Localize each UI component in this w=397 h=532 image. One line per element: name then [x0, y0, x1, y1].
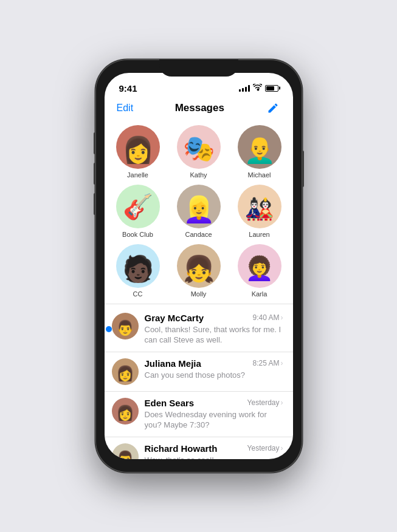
pinned-contact-lauren[interactable]: 🎎 Lauren — [232, 185, 287, 238]
contact-name-cc: CC — [133, 290, 143, 298]
pinned-contact-candace[interactable]: 👱‍♀️ Candace — [171, 185, 226, 238]
message-item-richard-howarth[interactable]: 👨 Richard Howarth Yesterday › Wow, that'… — [105, 437, 293, 459]
message-time: 8:25 AM › — [252, 359, 283, 367]
page-title: Messages — [175, 102, 224, 114]
message-content: Richard Howarth Yesterday › Wow, that's … — [145, 443, 283, 459]
message-preview: Cool, thanks! Sure, that works for me. I… — [145, 324, 283, 346]
pinned-contact-janelle[interactable]: 👩 Janelle — [111, 125, 165, 179]
battery-icon — [265, 85, 278, 92]
message-content: Gray McCarty 9:40 AM › Cool, thanks! Sur… — [145, 313, 283, 346]
pinned-contact-book-club[interactable]: 🎸 Book Club — [111, 185, 165, 238]
notch — [159, 60, 238, 77]
pinned-contact-kathy[interactable]: 🎭 Kathy — [171, 125, 226, 179]
unread-indicator — [106, 326, 112, 332]
message-time: Yesterday › — [247, 398, 283, 407]
pinned-contact-molly[interactable]: 👧 Molly — [171, 244, 226, 298]
message-preview: Wow, that's so cool! — [145, 455, 283, 459]
status-bar: 9:41 — [105, 73, 293, 98]
message-time: 9:40 AM › — [252, 313, 283, 322]
message-item-juliana-mejia[interactable]: 👩 Juliana Mejia 8:25 AM › Can you send t… — [105, 352, 293, 392]
phone-screen: 9:41 — [105, 73, 293, 459]
contact-name-michael: Michael — [248, 171, 271, 179]
section-divider — [105, 304, 293, 304]
sender-name: Richard Howarth — [145, 443, 218, 454]
sender-name: Juliana Mejia — [145, 358, 201, 369]
sender-name: Gray McCarty — [145, 313, 204, 323]
status-time: 9:41 — [119, 83, 137, 94]
message-item-eden-sears[interactable]: 👩 Eden Sears Yesterday › Does Wednesday … — [105, 392, 293, 437]
edit-button[interactable]: Edit — [117, 103, 134, 114]
contact-name-candace: Candace — [185, 231, 212, 238]
pinned-contact-cc[interactable]: 🧑🏿 CC — [111, 244, 165, 298]
sender-name: Eden Sears — [145, 398, 195, 408]
contact-name-book-club: Book Club — [122, 231, 153, 238]
message-time: Yesterday › — [247, 444, 283, 452]
pinned-contact-karla[interactable]: 👩‍🦱 Karla — [232, 244, 287, 298]
message-item-gray-mccarty[interactable]: 👨 Gray McCarty 9:40 AM › Cool, thanks! S… — [105, 307, 293, 352]
message-content: Eden Sears Yesterday › Does Wednesday ev… — [145, 398, 283, 431]
signal-bars-icon — [239, 84, 250, 92]
message-preview: Can you send those photos? — [145, 370, 283, 381]
compose-button[interactable] — [266, 101, 280, 115]
contact-name-kathy: Kathy — [190, 171, 207, 179]
contact-name-janelle: Janelle — [127, 171, 148, 179]
pinned-contacts-section: 👩 Janelle 🎭 Kathy 👨‍🦲 Michael — [105, 120, 293, 301]
message-content: Juliana Mejia 8:25 AM › Can you send tho… — [145, 358, 283, 381]
status-icons — [239, 84, 278, 93]
nav-bar: Edit Messages — [105, 98, 293, 120]
contact-name-karla: Karla — [252, 290, 268, 298]
message-preview: Does Wednesday evening work for you? May… — [145, 409, 283, 431]
wifi-icon — [253, 84, 262, 93]
message-list: 👨 Gray McCarty 9:40 AM › Cool, thanks! S… — [105, 307, 293, 460]
phone-frame: 9:41 — [95, 60, 302, 472]
pinned-contacts-grid: 👩 Janelle 🎭 Kathy 👨‍🦲 Michael — [111, 125, 287, 298]
contact-name-molly: Molly — [191, 290, 207, 298]
contact-name-lauren: Lauren — [249, 231, 269, 238]
pinned-contact-michael[interactable]: 👨‍🦲 Michael — [232, 125, 287, 179]
